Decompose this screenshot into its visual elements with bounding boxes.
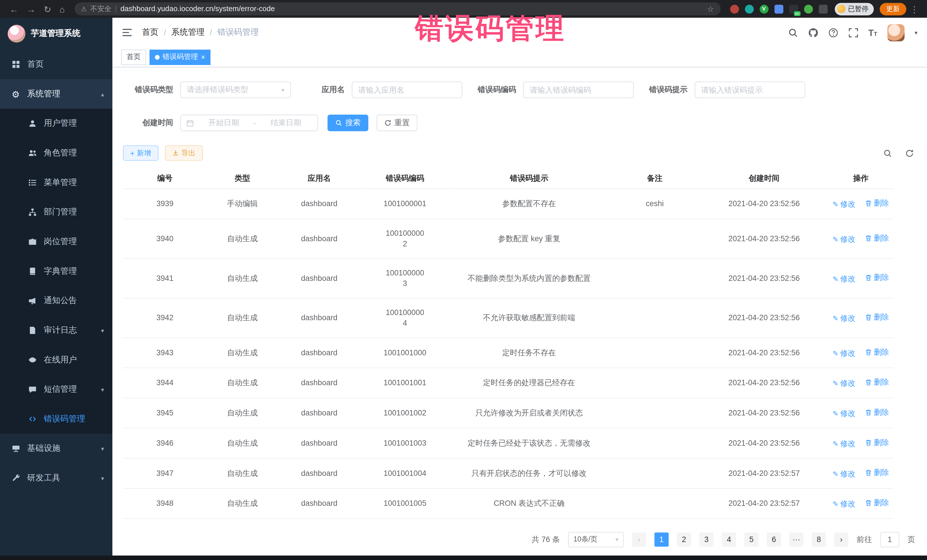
prev-page-button[interactable]: ‹ bbox=[632, 532, 646, 546]
delete-link[interactable]: 删除 bbox=[865, 233, 889, 243]
refresh-table-button[interactable] bbox=[905, 149, 914, 157]
edit-link[interactable]: ✎ 修改 bbox=[833, 408, 856, 419]
chrome-menu-icon[interactable]: ⋮ bbox=[907, 5, 921, 14]
extension-icon[interactable] bbox=[730, 5, 739, 14]
sidebar-item-menu-mgmt[interactable]: 菜单管理 bbox=[0, 168, 112, 197]
error-type-select[interactable]: 请选择错误码类型 ▾ bbox=[180, 82, 291, 98]
cell-error-code: 100100000 2 bbox=[360, 219, 449, 258]
sidebar-item-sms-mgmt[interactable]: 短信管理 ▾ bbox=[0, 375, 112, 404]
help-icon[interactable] bbox=[828, 27, 838, 37]
pinned-extension-icon[interactable] bbox=[819, 5, 827, 14]
tab-home[interactable]: 首页 bbox=[121, 49, 146, 65]
tab-error-code[interactable]: 错误码管理 × bbox=[149, 49, 211, 65]
delete-link[interactable]: 删除 bbox=[865, 407, 889, 417]
home-icon[interactable]: ⌂ bbox=[56, 5, 68, 14]
edit-link[interactable]: ✎ 修改 bbox=[833, 199, 856, 209]
extension-icon[interactable]: on bbox=[789, 5, 798, 14]
extension-icon[interactable]: V bbox=[759, 5, 768, 14]
forward-icon[interactable]: → bbox=[23, 5, 39, 14]
delete-link[interactable]: 删除 bbox=[865, 467, 889, 478]
url-text: dashboard.yudao.iocoder.cn/system/error-… bbox=[120, 5, 704, 13]
sidebar-item-user-mgmt[interactable]: 用户管理 bbox=[0, 109, 112, 138]
user-avatar[interactable] bbox=[887, 24, 904, 41]
code-brackets-icon bbox=[27, 415, 37, 423]
delete-link[interactable]: 删除 bbox=[865, 197, 889, 208]
breadcrumb-item[interactable]: 首页 bbox=[142, 27, 158, 38]
date-range-picker[interactable]: 开始日期 - 结束日期 bbox=[180, 115, 318, 131]
sidebar-item-error-code[interactable]: 错误码管理 bbox=[0, 404, 112, 434]
pager-page-button[interactable]: 8 bbox=[812, 532, 826, 546]
sidebar-item-notice[interactable]: 通知公告 bbox=[0, 286, 112, 316]
sidebar-item-dept-mgmt[interactable]: 部门管理 bbox=[0, 197, 112, 227]
cell-type: 自动生成 bbox=[207, 338, 278, 368]
app-name-input[interactable] bbox=[352, 82, 462, 98]
extension-icon[interactable] bbox=[804, 5, 813, 14]
cell-actions: ✎ 修改 删除 bbox=[828, 458, 894, 488]
delete-link[interactable]: 删除 bbox=[865, 272, 889, 282]
sidebar-item-post-mgmt[interactable]: 岗位管理 bbox=[0, 227, 112, 256]
edit-link[interactable]: ✎ 修改 bbox=[833, 273, 856, 284]
page-buttons: 123456···8 bbox=[654, 532, 826, 546]
hamburger-icon[interactable] bbox=[122, 27, 132, 38]
breadcrumb-item[interactable]: 系统管理 bbox=[172, 27, 205, 38]
avatar-dropdown-icon[interactable]: ▾ bbox=[915, 29, 917, 36]
back-icon[interactable]: ← bbox=[6, 5, 22, 14]
edit-link[interactable]: ✎ 修改 bbox=[833, 438, 856, 449]
delete-link[interactable]: 删除 bbox=[865, 347, 889, 357]
sidebar-item-audit-log[interactable]: 审计日志 ▾ bbox=[0, 316, 112, 345]
search-toggle-button[interactable] bbox=[883, 149, 892, 157]
bookmark-star-icon[interactable]: ☆ bbox=[707, 5, 714, 14]
sidebar-item-home[interactable]: 首页 bbox=[0, 50, 112, 79]
address-bar[interactable]: ⚠ 不安全 | dashboard.yudao.iocoder.cn/syste… bbox=[74, 2, 720, 15]
edit-link[interactable]: ✎ 修改 bbox=[833, 378, 856, 389]
sidebar-item-online-users[interactable]: 在线用户 bbox=[0, 345, 112, 375]
edit-link[interactable]: ✎ 修改 bbox=[833, 469, 856, 479]
search-button[interactable]: 搜索 bbox=[327, 115, 368, 131]
reset-button[interactable]: 重置 bbox=[377, 115, 417, 131]
export-button[interactable]: 导出 bbox=[164, 146, 202, 161]
error-hint-input[interactable] bbox=[694, 82, 805, 98]
add-button[interactable]: + 新增 bbox=[123, 146, 158, 161]
sidebar-item-dict-mgmt[interactable]: 字典管理 bbox=[0, 256, 112, 286]
extension-icon[interactable] bbox=[745, 5, 754, 14]
edit-link[interactable]: ✎ 修改 bbox=[833, 234, 856, 244]
edit-link[interactable]: ✎ 修改 bbox=[833, 498, 856, 509]
reload-icon[interactable]: ↻ bbox=[40, 5, 55, 14]
sidebar-item-role-mgmt[interactable]: 角色管理 bbox=[0, 138, 112, 168]
profile-paused-badge[interactable]: 已暂停 bbox=[834, 3, 874, 15]
edit-link[interactable]: ✎ 修改 bbox=[833, 348, 856, 358]
search-icon[interactable] bbox=[788, 27, 798, 37]
pager-page-button[interactable]: 5 bbox=[745, 532, 759, 546]
sidebar-item-devtools[interactable]: 研发工具 ▾ bbox=[0, 463, 112, 493]
goto-page-input[interactable] bbox=[880, 531, 899, 547]
pager-more-button[interactable]: ··· bbox=[789, 532, 804, 546]
next-page-button[interactable]: › bbox=[834, 532, 849, 546]
fullscreen-icon[interactable] bbox=[848, 27, 858, 37]
cell-error-code: 1001001003 bbox=[360, 428, 449, 458]
error-code-input[interactable] bbox=[523, 82, 634, 98]
delete-link[interactable]: 删除 bbox=[865, 437, 889, 448]
pager-page-button[interactable]: 6 bbox=[767, 532, 781, 546]
cell-remark bbox=[609, 338, 701, 368]
profile-avatar-icon bbox=[837, 5, 845, 13]
delete-link[interactable]: 删除 bbox=[865, 312, 889, 322]
font-size-icon[interactable]: TT bbox=[868, 27, 877, 37]
update-button[interactable]: 更新 bbox=[880, 3, 906, 15]
edit-label: 修改 bbox=[840, 313, 856, 323]
app-logo[interactable]: 芋道管理系统 bbox=[0, 18, 112, 50]
github-icon[interactable] bbox=[808, 27, 818, 37]
delete-link[interactable]: 删除 bbox=[865, 497, 889, 508]
page-size-select[interactable]: 10条/页 ▾ bbox=[568, 531, 624, 547]
pager-page-button[interactable]: 3 bbox=[699, 532, 714, 546]
pager-page-button[interactable]: 4 bbox=[722, 532, 736, 546]
delete-link[interactable]: 删除 bbox=[865, 377, 889, 387]
sidebar-item-infrastructure[interactable]: 基础设施 ▾ bbox=[0, 434, 112, 463]
cell-id: 3946 bbox=[123, 428, 207, 458]
edit-link[interactable]: ✎ 修改 bbox=[833, 313, 856, 323]
extension-icon[interactable] bbox=[774, 5, 783, 14]
pager-page-button[interactable]: 2 bbox=[677, 532, 691, 546]
cell-actions: ✎ 修改 删除 bbox=[828, 488, 894, 518]
close-tab-icon[interactable]: × bbox=[201, 54, 205, 61]
sidebar-item-system[interactable]: ⚙ 系统管理 ▴ bbox=[0, 79, 112, 109]
pager-page-button[interactable]: 1 bbox=[654, 532, 669, 546]
